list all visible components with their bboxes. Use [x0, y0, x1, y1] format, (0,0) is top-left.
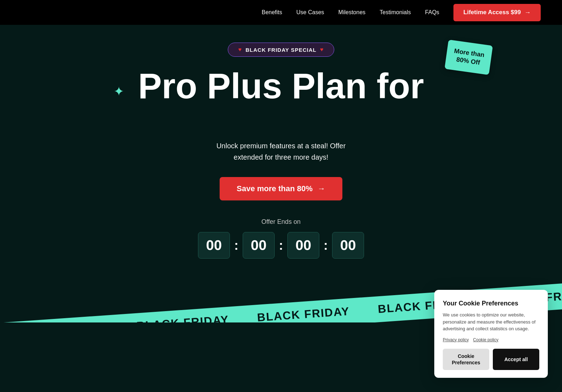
- sparkle-icon: ✦: [114, 85, 124, 98]
- privacy-policy-link[interactable]: Privacy policy: [443, 337, 469, 342]
- nav-use-cases[interactable]: Use Cases: [296, 9, 324, 16]
- countdown-seconds: 00: [287, 232, 319, 259]
- cookie-accept-button[interactable]: Accept all: [493, 349, 539, 370]
- hero-section: ✦ More than 80% Off ♥ BLACK FRIDAY SPECI…: [0, 25, 562, 280]
- countdown-timer: 00 : 00 : 00 : 00: [198, 232, 364, 259]
- hero-cta-button[interactable]: Save more than 80% →: [220, 177, 342, 200]
- countdown-sep-1: :: [233, 238, 240, 253]
- hero-heading: Pro Plus Plan for: [138, 67, 424, 105]
- cookie-banner: Your Cookie Preferences We use cookies t…: [434, 290, 548, 378]
- countdown-ms: 00: [332, 232, 364, 259]
- countdown-hours: 00: [198, 232, 230, 259]
- nav-links: Benefits Use Cases Milestones Testimonia…: [261, 9, 439, 16]
- cookie-description: We use cookies to optimize our website, …: [443, 311, 539, 332]
- cookie-preferences-button[interactable]: Cookie Preferences: [443, 349, 489, 370]
- countdown-label: Offer Ends on: [261, 218, 301, 226]
- countdown-minutes: 00: [243, 232, 275, 259]
- nav-testimonials[interactable]: Testimonials: [380, 9, 411, 16]
- heart-icon-right: ♥: [320, 46, 324, 53]
- cookie-buttons: Cookie Preferences Accept all: [443, 349, 539, 370]
- heart-icon-left: ♥: [238, 46, 242, 53]
- hero-cta-arrow-icon: →: [318, 184, 325, 193]
- badge-pill: ♥ BLACK FRIDAY SPECIAL ♥: [228, 43, 334, 57]
- navbar: Benefits Use Cases Milestones Testimonia…: [0, 0, 562, 25]
- bf-text-3: BLACK FRIDAY: [243, 304, 364, 322]
- bf-text-1: BLACK FRIDAY: [1, 321, 123, 322]
- nav-cta-button[interactable]: Lifetime Access $99 →: [453, 4, 541, 21]
- bf-text-2: BLACK FRIDAY: [122, 312, 243, 322]
- cookie-links: Privacy policy Cookie policy: [443, 337, 539, 342]
- nav-cta-arrow-icon: →: [524, 9, 531, 16]
- countdown-sep-3: :: [322, 238, 329, 253]
- discount-tag: More than 80% Off: [445, 40, 493, 75]
- nav-benefits[interactable]: Benefits: [261, 9, 282, 16]
- nav-milestones[interactable]: Milestones: [338, 9, 365, 16]
- cookie-policy-link[interactable]: Cookie policy: [473, 337, 498, 342]
- badge-text: BLACK FRIDAY SPECIAL: [246, 47, 316, 53]
- hero-subtitle: Unlock premium features at a steal! Offe…: [216, 140, 346, 163]
- nav-faqs[interactable]: FAQs: [425, 9, 439, 16]
- countdown-sep-2: :: [277, 238, 285, 253]
- cookie-title: Your Cookie Preferences: [443, 300, 539, 307]
